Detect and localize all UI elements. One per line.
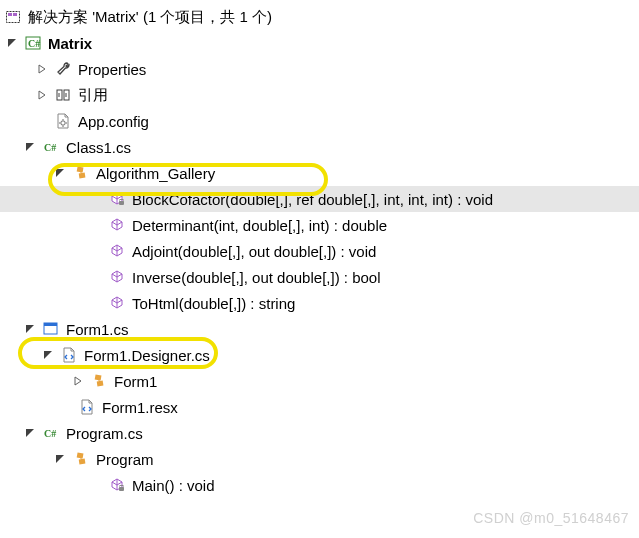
svg-text:C#: C# <box>44 428 56 439</box>
method-inverse-row[interactable]: ▸ Inverse(double[,], out double[,]) : bo… <box>0 264 639 290</box>
class1-row[interactable]: C# Class1.cs <box>0 134 639 160</box>
solution-row[interactable]: 解决方案 'Matrix' (1 个项目，共 1 个) <box>0 4 639 30</box>
csharp-file-icon: C# <box>42 138 60 156</box>
svg-rect-1 <box>8 13 12 16</box>
method-private-icon <box>108 190 126 208</box>
references-label: 引用 <box>78 86 108 105</box>
appconfig-row[interactable]: ▸ App.config <box>0 108 639 134</box>
method-icon <box>108 294 126 312</box>
method-label: Adjoint(double[,], out double[,]) : void <box>132 243 376 260</box>
code-file-icon <box>60 346 78 364</box>
collapse-icon[interactable] <box>6 38 18 48</box>
method-private-icon <box>108 476 126 494</box>
form1-row[interactable]: Form1.cs <box>0 316 639 342</box>
appconfig-label: App.config <box>78 113 149 130</box>
references-icon <box>54 86 72 104</box>
code-file-icon <box>78 398 96 416</box>
solution-label: 解决方案 'Matrix' (1 个项目，共 1 个) <box>28 8 272 27</box>
method-label: BlockCofactor(double[,], ref double[,], … <box>132 191 493 208</box>
svg-rect-2 <box>13 13 17 16</box>
class1-label: Class1.cs <box>66 139 131 156</box>
solution-icon <box>4 8 22 26</box>
method-adjoint-row[interactable]: ▸ Adjoint(double[,], out double[,]) : vo… <box>0 238 639 264</box>
csharp-project-icon: C# <box>24 34 42 52</box>
class-icon <box>90 372 108 390</box>
form1designer-row[interactable]: Form1.Designer.cs <box>0 342 639 368</box>
collapse-icon[interactable] <box>42 350 54 360</box>
class-icon <box>72 450 90 468</box>
method-determinant-row[interactable]: ▸ Determinant(int, double[,], int) : dou… <box>0 212 639 238</box>
expand-icon[interactable] <box>36 90 48 100</box>
algorithm-gallery-label: Algorithm_Gallery <box>96 165 215 182</box>
method-blockcofactor-row[interactable]: ▸ BlockCofactor(double[,], ref double[,]… <box>0 186 639 212</box>
form1class-row[interactable]: Form1 <box>0 368 639 394</box>
method-icon <box>108 268 126 286</box>
form1-label: Form1.cs <box>66 321 129 338</box>
method-icon <box>108 216 126 234</box>
collapse-icon[interactable] <box>24 324 36 334</box>
project-name: Matrix <box>48 35 92 52</box>
svg-rect-17 <box>44 323 57 326</box>
expand-icon[interactable] <box>72 376 84 386</box>
watermark-text: CSDN @m0_51648467 <box>473 510 629 526</box>
winform-icon <box>42 320 60 338</box>
collapse-icon[interactable] <box>24 428 36 438</box>
method-label: Determinant(int, double[,], int) : doubl… <box>132 217 387 234</box>
method-label: Main() : void <box>132 477 215 494</box>
form1resx-label: Form1.resx <box>102 399 178 416</box>
collapse-icon[interactable] <box>54 168 66 178</box>
collapse-icon[interactable] <box>24 142 36 152</box>
algorithm-gallery-row[interactable]: Algorithm_Gallery <box>0 160 639 186</box>
project-row[interactable]: C# Matrix <box>0 30 639 56</box>
references-row[interactable]: 引用 <box>0 82 639 108</box>
form1designer-label: Form1.Designer.cs <box>84 347 210 364</box>
program-label: Program.cs <box>66 425 143 442</box>
class-icon <box>72 164 90 182</box>
method-icon <box>108 242 126 260</box>
method-label: ToHtml(double[,]) : string <box>132 295 295 312</box>
expand-icon[interactable] <box>36 64 48 74</box>
method-main-row[interactable]: ▸ Main() : void <box>0 472 639 498</box>
program-row[interactable]: C# Program.cs <box>0 420 639 446</box>
properties-row[interactable]: Properties <box>0 56 639 82</box>
wrench-icon <box>54 60 72 78</box>
programclass-label: Program <box>96 451 154 468</box>
method-tohtml-row[interactable]: ▸ ToHtml(double[,]) : string <box>0 290 639 316</box>
programclass-row[interactable]: Program <box>0 446 639 472</box>
form1resx-row[interactable]: ▸ Form1.resx <box>0 394 639 420</box>
svg-text:C#: C# <box>44 142 56 153</box>
config-file-icon <box>54 112 72 130</box>
svg-text:C#: C# <box>28 38 40 49</box>
form1class-label: Form1 <box>114 373 157 390</box>
csharp-file-icon: C# <box>42 424 60 442</box>
method-label: Inverse(double[,], out double[,]) : bool <box>132 269 381 286</box>
properties-label: Properties <box>78 61 146 78</box>
collapse-icon[interactable] <box>54 454 66 464</box>
